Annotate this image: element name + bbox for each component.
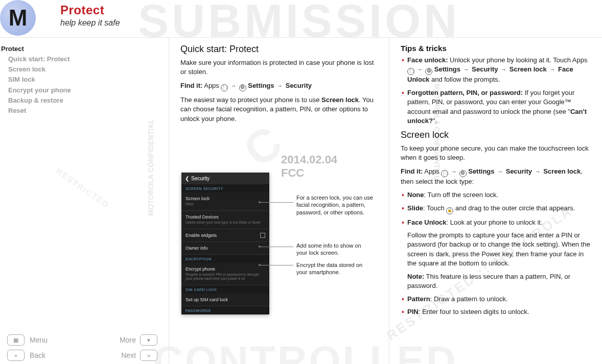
- text: : Draw a pattern to unlock.: [430, 295, 508, 303]
- tip-forgotten: Forgotten pattern, PIN, or password: If …: [401, 88, 591, 126]
- locktype-face-detail: Follow the prompts to capture your face …: [401, 231, 591, 269]
- text-bold: Face unlock:: [407, 56, 448, 64]
- more-button[interactable]: ▾: [140, 334, 157, 346]
- text-bold: Settings: [467, 167, 497, 175]
- arrow-icon: →: [414, 66, 425, 72]
- text-bold: Forgotten pattern, PIN, or password:: [407, 89, 523, 96]
- motorola-logo-m: M: [9, 5, 28, 31]
- toc-item-quickstart[interactable]: Quick start: Protect: [1, 54, 164, 64]
- toc-item-reset[interactable]: Reset: [1, 106, 164, 116]
- locktype-list-2: Pattern: Draw a pattern to unlock. PIN: …: [401, 295, 591, 317]
- heading-quickstart: Quick start: Protect: [180, 44, 378, 55]
- para-intro: Make sure your information is protected …: [180, 58, 378, 77]
- findit-settings: Settings: [246, 82, 276, 89]
- bottom-nav: ▦ Menu More ▾ « Back Next »: [0, 334, 169, 361]
- main-column-right: Tips & tricks Face unlock: Unlock your p…: [389, 38, 602, 364]
- tip-face-unlock: Face unlock: Unlock your phone by lookin…: [401, 56, 591, 85]
- arrow-icon: →: [448, 168, 459, 175]
- arrow-icon: →: [276, 83, 284, 89]
- text-bold: Face Unlock: [407, 219, 447, 226]
- locktype-face: Face Unlock: Look at your phone to unloc…: [401, 218, 591, 227]
- text-bold: Screen lock: [542, 167, 581, 175]
- text-bold: PIN: [407, 308, 419, 316]
- lock-icon: [446, 207, 453, 214]
- text: The easiest way to protect your phone is…: [180, 96, 321, 104]
- locktype-list: None: Turn off the screen lock. Slide: T…: [401, 190, 591, 227]
- apps-icon: [221, 84, 228, 91]
- toc-sidebar: Protect Quick start: Protect Screen lock…: [0, 38, 169, 364]
- gear-icon: [425, 68, 432, 75]
- back-label: Back: [30, 351, 84, 359]
- locktype-face-note: Note: This feature is less secure than a…: [401, 272, 591, 291]
- next-button[interactable]: »: [140, 350, 157, 361]
- text: ".: [433, 117, 437, 125]
- toc-item-protect[interactable]: Protect: [1, 44, 164, 54]
- page-title: Protect: [60, 3, 602, 17]
- para-findit: Find it: Apps → Settings → Security: [180, 81, 378, 91]
- arrow-icon: →: [500, 66, 507, 72]
- apps-icon: [407, 68, 414, 75]
- toc-item-screenlock[interactable]: Screen lock: [1, 64, 164, 75]
- findit-label: Find it:: [180, 82, 202, 89]
- text-bold: Settings: [432, 65, 462, 73]
- arrow-icon: →: [548, 66, 556, 72]
- locktype-pin: PIN: Enter four to sixteen digits to unl…: [401, 307, 591, 317]
- text-bold: None: [407, 191, 424, 199]
- text: Unlock your phone by looking at it. Touc…: [448, 56, 587, 64]
- para-screenlock: The easiest way to protect your phone is…: [180, 95, 378, 124]
- text: : Look at your phone to unlock it.: [447, 219, 543, 226]
- text-bold: Pattern: [407, 295, 430, 303]
- findit-apps-label: Apps: [202, 82, 221, 89]
- locktype-none: None: Turn off the screen lock.: [401, 190, 591, 200]
- text-bold: Security: [504, 167, 534, 175]
- gear-icon: [459, 170, 467, 177]
- para-screenlock-findit: Find it: Apps → Settings → Security → Sc…: [401, 167, 591, 186]
- page-header: M Protect help keep it safe: [0, 0, 602, 38]
- next-label: Next: [85, 351, 139, 359]
- apps-icon: [441, 170, 448, 177]
- text: Apps: [423, 167, 441, 175]
- locktype-slide: Slide: Touch and drag to the outer circl…: [401, 204, 591, 214]
- page-subtitle: help keep it safe: [60, 18, 602, 28]
- toc-item-encrypt[interactable]: Encrypt your phone: [1, 85, 164, 95]
- findit-security: Security: [284, 82, 312, 89]
- text-bold: Security: [470, 65, 500, 73]
- findit-label: Find it:: [401, 167, 423, 175]
- back-button[interactable]: «: [7, 350, 25, 361]
- text: This feature is less secure than a patte…: [407, 273, 570, 289]
- locktype-pattern: Pattern: Draw a pattern to unlock.: [401, 295, 591, 304]
- arrow-icon: →: [496, 168, 504, 175]
- main-column-left: Quick start: Protect Make sure your info…: [169, 38, 389, 364]
- text: : Enter four to sixteen digits to unlock…: [419, 308, 529, 316]
- text-bold: Note:: [407, 273, 424, 280]
- more-label: More: [85, 336, 139, 344]
- text-bold: Screen lock: [507, 65, 548, 73]
- text-bold: Screen lock: [321, 96, 359, 104]
- para-screenlock-intro: To keep your phone secure, you can make …: [401, 144, 591, 163]
- text: : Touch: [423, 204, 446, 212]
- heading-tips: Tips & tricks: [401, 44, 591, 53]
- menu-button[interactable]: ▦: [7, 334, 25, 346]
- menu-label: Menu: [30, 336, 84, 344]
- tips-list: Face unlock: Unlock your phone by lookin…: [401, 56, 591, 126]
- gear-icon: [239, 84, 246, 91]
- toc-item-backup[interactable]: Backup & restore: [1, 95, 164, 106]
- motorola-logo: M: [0, 0, 36, 36]
- text-bold: Slide: [407, 204, 423, 212]
- text: and follow the prompts.: [429, 76, 500, 83]
- heading-screenlock: Screen lock: [401, 130, 591, 140]
- text: and drag to the outer circle that appear…: [453, 204, 575, 212]
- toc-item-simlock[interactable]: SIM lock: [1, 75, 164, 85]
- arrow-icon: →: [462, 66, 470, 72]
- text: : Turn off the screen lock.: [424, 191, 499, 199]
- arrow-icon: →: [228, 83, 239, 89]
- arrow-icon: →: [534, 168, 542, 175]
